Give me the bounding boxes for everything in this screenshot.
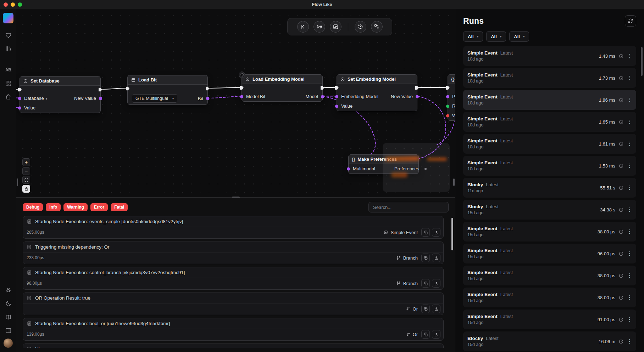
log-entry[interactable]: Starting Node Execution: events_simple […: [23, 216, 444, 239]
lock-canvas-button[interactable]: [22, 185, 30, 193]
run-menu-button[interactable]: ⋮: [627, 53, 632, 59]
log-entry[interactable]: Starting Node Execution: bool_or [uxu1ne…: [23, 318, 444, 341]
run-item[interactable]: Simple Event Latest 15d ago 38.00 µs ⋮: [463, 288, 636, 307]
input-pin-green[interactable]: [446, 104, 449, 108]
run-menu-button[interactable]: ⋮: [627, 75, 632, 81]
log-level-chip[interactable]: Error: [90, 203, 108, 211]
node-header[interactable]: Load Bit: [128, 75, 207, 85]
node-set-embedding-model[interactable]: Set Embedding Model Embedding Model New …: [337, 74, 417, 111]
exec-out-pin[interactable]: [99, 88, 102, 92]
runs-filter-dropdown[interactable]: All▾: [463, 31, 483, 42]
exec-out-pin[interactable]: [321, 86, 324, 90]
step-back-button[interactable]: [297, 21, 309, 33]
run-item[interactable]: Simple Event Latest 10d ago 1.65 ms ⋮: [463, 112, 636, 132]
run-menu-button[interactable]: ⋮: [627, 250, 632, 257]
fullscreen-button[interactable]: [18, 2, 22, 7]
run-item[interactable]: Simple Event Latest 10d ago 1.86 ms ⋮: [463, 90, 636, 110]
run-menu-button[interactable]: ⋮: [627, 163, 632, 169]
exec-in-pin[interactable]: [446, 86, 450, 90]
new-value-output-pin[interactable]: [99, 97, 102, 100]
run-item[interactable]: Blocky Latest 11d ago 55.51 s ⋮: [463, 178, 636, 198]
zoom-in-button[interactable]: +: [22, 158, 30, 166]
run-item[interactable]: Blocky Latest 15d ago 16.06 m ⋮: [463, 331, 636, 351]
runs-filter-dropdown[interactable]: All▾: [509, 31, 529, 42]
docs-button[interactable]: [3, 312, 13, 322]
log-entry[interactable]: OR Operation Result: true Or: [23, 293, 444, 315]
database-input-pin[interactable]: [18, 97, 21, 100]
bit-output-pin[interactable]: [206, 97, 209, 100]
zoom-out-button[interactable]: −: [22, 167, 30, 175]
run-item[interactable]: Simple Event Latest 10d ago 1.53 ms ⋮: [463, 156, 636, 176]
input-pin-red[interactable]: [446, 114, 449, 117]
copy-button[interactable]: [421, 305, 430, 313]
run-menu-button[interactable]: ⋮: [627, 272, 632, 279]
run-menu-button[interactable]: ⋮: [627, 294, 632, 301]
run-menu-button[interactable]: ⋮: [627, 97, 632, 103]
exec-out-pin[interactable]: [415, 86, 419, 90]
exec-in-pin[interactable]: [240, 86, 244, 90]
node-set-database[interactable]: Set Database Database▾ New Value Value: [20, 76, 101, 113]
panel-resize-handle-right[interactable]: [453, 178, 455, 186]
value-input-pin[interactable]: [335, 104, 338, 108]
close-button[interactable]: [4, 2, 8, 7]
refresh-runs-button[interactable]: [625, 15, 636, 27]
runs-filter-dropdown[interactable]: All▾: [486, 31, 506, 42]
log-entry[interactable]: Hi: [23, 344, 444, 348]
panel-resize-handle-left[interactable]: [17, 178, 18, 186]
run-menu-button[interactable]: ⋮: [627, 228, 632, 235]
log-level-chip[interactable]: Warning: [63, 203, 88, 211]
export-button[interactable]: [432, 254, 440, 262]
log-level-chip[interactable]: Debug: [23, 203, 43, 211]
export-button[interactable]: [432, 305, 440, 313]
minimize-button[interactable]: [11, 2, 15, 7]
run-item[interactable]: Simple Event Latest 15d ago 96.00 µs ⋮: [463, 244, 636, 263]
panel-toggle-button[interactable]: [3, 325, 13, 336]
exec-in-pin[interactable]: [126, 87, 129, 91]
log-level-chip[interactable]: Info: [46, 203, 61, 211]
embedding-model-input-pin[interactable]: [335, 95, 338, 98]
export-button[interactable]: [432, 228, 440, 237]
run-item[interactable]: Blocky Latest 15d ago 34.38 s ⋮: [463, 200, 636, 220]
flow-layout-button[interactable]: [371, 21, 383, 33]
export-button[interactable]: [432, 330, 440, 339]
node-header[interactable]: Load Embedding Model: [242, 75, 322, 84]
node-header[interactable]: [448, 75, 455, 84]
favorites-button[interactable]: [3, 30, 13, 40]
runs-scrollbar[interactable]: [641, 47, 643, 76]
run-menu-button[interactable]: ⋮: [627, 316, 632, 323]
copy-button[interactable]: [421, 279, 430, 288]
run-menu-button[interactable]: ⋮: [627, 141, 632, 147]
copy-button[interactable]: [421, 330, 430, 339]
apps-button[interactable]: [3, 78, 13, 89]
flow-canvas[interactable]: Set Database Database▾ New Value Value: [16, 9, 455, 197]
theme-toggle-button[interactable]: [3, 298, 13, 309]
database-dropdown[interactable]: Database▾: [24, 96, 47, 101]
log-search-input[interactable]: [368, 202, 449, 212]
run-item[interactable]: Simple Event Latest 15d ago 38.00 µs ⋮: [463, 222, 636, 242]
run-item[interactable]: Simple Event Latest 15d ago 91.00 µs ⋮: [463, 310, 636, 329]
input-pin[interactable]: [446, 95, 449, 98]
log-entry[interactable]: Triggering missing dependency: Or 233.00…: [23, 242, 444, 264]
run-item[interactable]: Simple Event Latest 10d ago 1.61 ms ⋮: [463, 134, 636, 154]
edit-button[interactable]: [330, 21, 342, 33]
copy-button[interactable]: [421, 254, 430, 262]
run-item[interactable]: Simple Event Latest 10d ago 1.43 ms ⋮: [463, 46, 636, 66]
node-load-embedding-model[interactable]: Load Embedding Model Model Bit Model: [242, 74, 323, 102]
log-entry[interactable]: Starting Node Execution: control_branch …: [23, 267, 444, 290]
bit-select[interactable]: GTE Multilingual▾: [132, 94, 177, 103]
exec-in-pin[interactable]: [18, 88, 22, 92]
user-avatar[interactable]: [4, 339, 13, 348]
multimodal-input-pin[interactable]: [347, 167, 350, 170]
team-button[interactable]: [3, 64, 13, 75]
logs-scrollbar[interactable]: [451, 218, 453, 250]
node-partial-right[interactable]: Pr Re W: [448, 74, 455, 121]
fit-view-button[interactable]: [22, 176, 30, 184]
debug-button[interactable]: [3, 285, 13, 295]
store-button[interactable]: [3, 91, 13, 102]
logs-resize-handle[interactable]: [232, 197, 240, 198]
run-menu-button[interactable]: ⋮: [627, 119, 632, 125]
node-header[interactable]: Set Embedding Model: [337, 75, 417, 84]
copy-button[interactable]: [421, 228, 430, 237]
broadcast-button[interactable]: [313, 21, 325, 33]
library-button[interactable]: [3, 43, 13, 54]
